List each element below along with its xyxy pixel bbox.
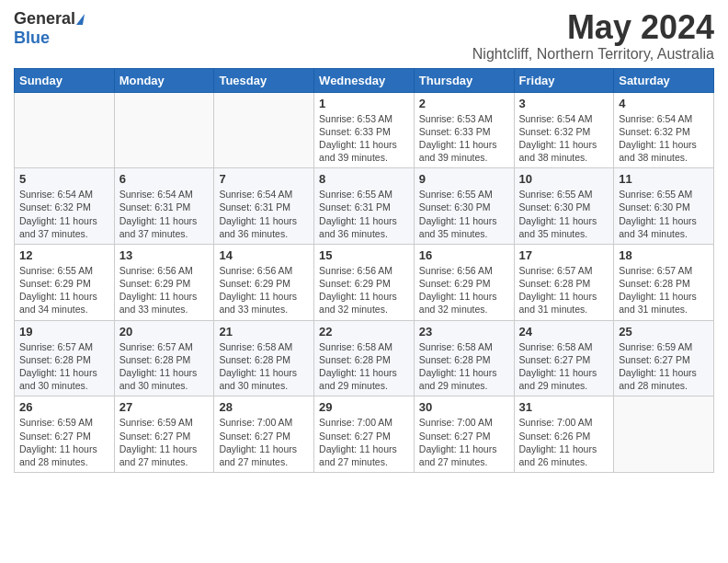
location-title: Nightcliff, Northern Territory, Australi… [472,46,714,63]
calendar-cell: 6Sunrise: 6:54 AM Sunset: 6:31 PM Daylig… [114,168,214,245]
col-header-saturday: Saturday [614,68,714,92]
day-number: 22 [319,325,409,339]
calendar-cell [114,92,214,168]
col-header-sunday: Sunday [15,68,115,92]
day-number: 15 [319,248,409,262]
day-info: Sunrise: 6:59 AM Sunset: 6:27 PM Dayligh… [119,416,210,468]
calendar-cell: 10Sunrise: 6:55 AM Sunset: 6:30 PM Dayli… [514,168,614,245]
calendar-cell: 3Sunrise: 6:54 AM Sunset: 6:32 PM Daylig… [514,92,614,168]
day-number: 2 [419,97,509,110]
calendar-cell: 13Sunrise: 6:56 AM Sunset: 6:29 PM Dayli… [114,244,214,320]
day-info: Sunrise: 6:57 AM Sunset: 6:28 PM Dayligh… [19,340,109,393]
day-info: Sunrise: 6:59 AM Sunset: 6:27 PM Dayligh… [19,416,109,468]
col-header-tuesday: Tuesday [214,68,314,92]
calendar-cell: 20Sunrise: 6:57 AM Sunset: 6:28 PM Dayli… [114,320,214,396]
calendar-cell: 5Sunrise: 6:54 AM Sunset: 6:32 PM Daylig… [15,168,115,245]
day-info: Sunrise: 7:00 AM Sunset: 6:27 PM Dayligh… [219,416,309,468]
day-number: 24 [519,325,609,339]
calendar-cell: 16Sunrise: 6:56 AM Sunset: 6:29 PM Dayli… [414,244,514,320]
logo: General Blue [14,9,84,48]
day-number: 17 [519,248,609,262]
calendar-week-2: 5Sunrise: 6:54 AM Sunset: 6:32 PM Daylig… [15,168,714,245]
calendar-cell [214,92,314,168]
calendar-week-1: 1Sunrise: 6:53 AM Sunset: 6:33 PM Daylig… [15,92,714,168]
calendar-cell: 4Sunrise: 6:54 AM Sunset: 6:32 PM Daylig… [614,92,714,168]
day-info: Sunrise: 6:55 AM Sunset: 6:31 PM Dayligh… [319,188,409,240]
day-number: 8 [319,172,409,186]
day-number: 25 [619,325,709,339]
day-info: Sunrise: 6:58 AM Sunset: 6:28 PM Dayligh… [319,340,409,393]
day-number: 1 [319,97,409,110]
day-number: 31 [519,400,609,414]
calendar-cell: 15Sunrise: 6:56 AM Sunset: 6:29 PM Dayli… [314,244,415,320]
day-info: Sunrise: 6:54 AM Sunset: 6:31 PM Dayligh… [219,188,309,240]
day-number: 11 [619,172,709,186]
logo-blue: Blue [14,29,50,48]
logo-general: General [14,9,75,29]
calendar-week-5: 26Sunrise: 6:59 AM Sunset: 6:27 PM Dayli… [15,396,714,473]
day-info: Sunrise: 6:57 AM Sunset: 6:28 PM Dayligh… [119,340,210,393]
day-number: 16 [419,248,509,262]
day-info: Sunrise: 6:59 AM Sunset: 6:27 PM Dayligh… [619,340,709,393]
day-info: Sunrise: 6:55 AM Sunset: 6:30 PM Dayligh… [519,188,609,240]
day-number: 12 [19,248,109,262]
calendar-cell: 26Sunrise: 6:59 AM Sunset: 6:27 PM Dayli… [15,396,115,473]
day-info: Sunrise: 6:55 AM Sunset: 6:30 PM Dayligh… [419,188,509,240]
calendar-cell: 18Sunrise: 6:57 AM Sunset: 6:28 PM Dayli… [614,244,714,320]
day-number: 26 [19,400,109,414]
col-header-friday: Friday [514,68,614,92]
day-number: 19 [19,325,109,339]
calendar-table: SundayMondayTuesdayWednesdayThursdayFrid… [14,68,714,473]
day-info: Sunrise: 6:56 AM Sunset: 6:29 PM Dayligh… [319,264,409,316]
day-info: Sunrise: 6:58 AM Sunset: 6:27 PM Dayligh… [519,340,609,393]
day-info: Sunrise: 6:56 AM Sunset: 6:29 PM Dayligh… [119,264,210,316]
col-header-wednesday: Wednesday [314,68,415,92]
calendar-cell: 19Sunrise: 6:57 AM Sunset: 6:28 PM Dayli… [15,320,115,396]
calendar-cell: 12Sunrise: 6:55 AM Sunset: 6:29 PM Dayli… [15,244,115,320]
calendar-cell: 24Sunrise: 6:58 AM Sunset: 6:27 PM Dayli… [514,320,614,396]
day-info: Sunrise: 6:54 AM Sunset: 6:32 PM Dayligh… [519,112,609,165]
day-number: 10 [519,172,609,186]
day-number: 21 [219,325,309,339]
calendar-cell: 25Sunrise: 6:59 AM Sunset: 6:27 PM Dayli… [614,320,714,396]
day-info: Sunrise: 6:55 AM Sunset: 6:30 PM Dayligh… [619,188,709,240]
day-number: 3 [519,97,609,110]
day-number: 18 [619,248,709,262]
calendar-cell: 2Sunrise: 6:53 AM Sunset: 6:33 PM Daylig… [414,92,514,168]
col-header-monday: Monday [114,68,214,92]
day-number: 27 [119,400,210,414]
calendar-cell: 9Sunrise: 6:55 AM Sunset: 6:30 PM Daylig… [414,168,514,245]
calendar-cell: 1Sunrise: 6:53 AM Sunset: 6:33 PM Daylig… [314,92,415,168]
calendar-cell: 8Sunrise: 6:55 AM Sunset: 6:31 PM Daylig… [314,168,415,245]
day-number: 30 [419,400,509,414]
logo-triangle-icon [76,14,85,25]
day-info: Sunrise: 6:53 AM Sunset: 6:33 PM Dayligh… [319,112,409,165]
day-info: Sunrise: 6:54 AM Sunset: 6:32 PM Dayligh… [19,188,109,240]
page-header: General Blue May 2024 Nightcliff, Northe… [14,9,714,63]
calendar-cell: 22Sunrise: 6:58 AM Sunset: 6:28 PM Dayli… [314,320,415,396]
day-number: 6 [119,172,210,186]
title-area: May 2024 Nightcliff, Northern Territory,… [472,9,714,63]
calendar-cell [614,396,714,473]
day-number: 14 [219,248,309,262]
day-info: Sunrise: 6:55 AM Sunset: 6:29 PM Dayligh… [19,264,109,316]
col-header-thursday: Thursday [414,68,514,92]
day-info: Sunrise: 7:00 AM Sunset: 6:26 PM Dayligh… [519,416,609,468]
day-number: 5 [19,172,109,186]
calendar-cell [15,92,115,168]
calendar-cell: 30Sunrise: 7:00 AM Sunset: 6:27 PM Dayli… [414,396,514,473]
day-info: Sunrise: 7:00 AM Sunset: 6:27 PM Dayligh… [319,416,409,468]
day-info: Sunrise: 6:57 AM Sunset: 6:28 PM Dayligh… [619,264,709,316]
calendar-week-3: 12Sunrise: 6:55 AM Sunset: 6:29 PM Dayli… [15,244,714,320]
calendar-cell: 23Sunrise: 6:58 AM Sunset: 6:28 PM Dayli… [414,320,514,396]
calendar-cell: 27Sunrise: 6:59 AM Sunset: 6:27 PM Dayli… [114,396,214,473]
calendar-cell: 7Sunrise: 6:54 AM Sunset: 6:31 PM Daylig… [214,168,314,245]
calendar-cell: 11Sunrise: 6:55 AM Sunset: 6:30 PM Dayli… [614,168,714,245]
day-info: Sunrise: 7:00 AM Sunset: 6:27 PM Dayligh… [419,416,509,468]
day-number: 28 [219,400,309,414]
calendar-cell: 17Sunrise: 6:57 AM Sunset: 6:28 PM Dayli… [514,244,614,320]
day-number: 9 [419,172,509,186]
day-info: Sunrise: 6:56 AM Sunset: 6:29 PM Dayligh… [219,264,309,316]
day-number: 13 [119,248,210,262]
day-info: Sunrise: 6:58 AM Sunset: 6:28 PM Dayligh… [419,340,509,393]
